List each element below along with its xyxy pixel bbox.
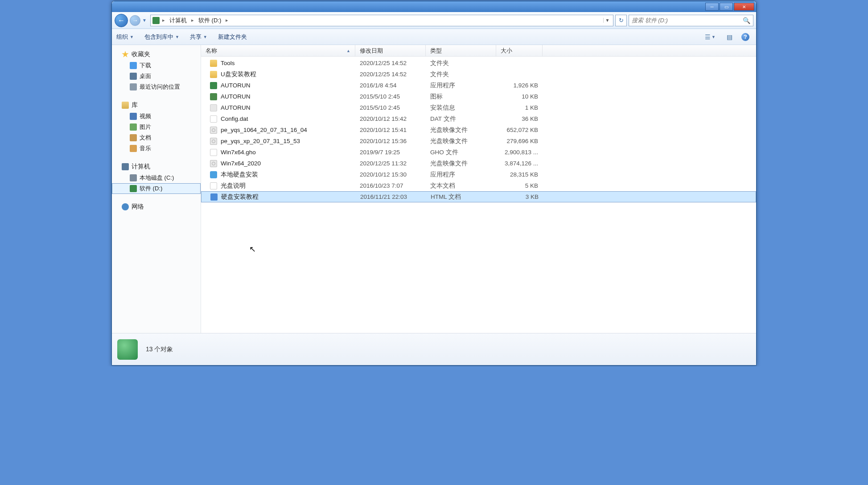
sidebar-label: 本地磁盘 (C:) — [140, 174, 174, 182]
sidebar-desktop[interactable]: 桌面 — [112, 71, 201, 82]
include-label: 包含到库中 — [144, 33, 173, 41]
file-name: AUTORUN — [221, 93, 251, 100]
history-dropdown[interactable]: ▼ — [142, 18, 148, 23]
star-icon — [122, 51, 129, 58]
statusbar: 13 个对象 — [112, 333, 756, 365]
sidebar-recent[interactable]: 最近访问的位置 — [112, 82, 201, 92]
file-date-cell: 2020/12/25 14:52 — [355, 71, 426, 78]
sidebar-music[interactable]: 音乐 — [112, 143, 201, 154]
file-row[interactable]: Tools2020/12/25 14:52文件夹 — [201, 58, 756, 69]
search-box[interactable]: 🔍 — [629, 15, 753, 26]
organize-label: 组织 — [116, 33, 128, 41]
file-icon — [210, 160, 217, 167]
preview-icon: ▤ — [727, 33, 732, 41]
file-list[interactable]: Tools2020/12/25 14:52文件夹U盘安装教程2020/12/25… — [201, 57, 756, 333]
back-button[interactable]: ← — [115, 14, 128, 27]
music-icon — [130, 145, 137, 152]
search-icon[interactable]: 🔍 — [743, 17, 750, 24]
file-row[interactable]: 硬盘安装教程2016/11/21 22:03HTML 文档3 KB — [201, 191, 756, 202]
navbar: ← → ▼ ▸ 计算机 ▸ 软件 (D:) ▸ ▼ ↻ 🔍 — [112, 12, 756, 29]
file-row[interactable]: 光盘说明2016/10/23 7:07文本文档5 KB — [201, 180, 756, 191]
organize-button[interactable]: 组织▼ — [116, 33, 134, 41]
list-icon: ☰ — [705, 33, 711, 41]
sidebar-documents[interactable]: 文档 — [112, 132, 201, 143]
file-row[interactable]: pe_yqs_xp_20_07_31_15_532020/10/12 15:36… — [201, 136, 756, 147]
file-size-cell: 36 KB — [496, 115, 543, 122]
file-name-cell: 硬盘安装教程 — [202, 193, 356, 201]
sidebar-label: 计算机 — [132, 163, 150, 171]
file-name-cell: pe_yqs_1064_20_07_31_16_04 — [201, 127, 355, 134]
sidebar-pictures[interactable]: 图片 — [112, 122, 201, 132]
titlebar[interactable]: ─ ▭ ✕ — [112, 1, 756, 12]
column-date[interactable]: 修改日期 — [355, 45, 426, 56]
column-label: 类型 — [430, 47, 442, 55]
file-size-cell: 1,926 KB — [496, 82, 543, 89]
help-button[interactable]: ? — [739, 32, 752, 42]
status-text: 13 个对象 — [146, 345, 173, 353]
address-bar[interactable]: ▸ 计算机 ▸ 软件 (D:) ▸ ▼ — [150, 15, 613, 26]
sidebar-label: 收藏夹 — [132, 50, 150, 58]
computer-icon — [122, 163, 129, 170]
new-folder-button[interactable]: 新建文件夹 — [218, 33, 247, 41]
file-row[interactable]: AUTORUN2016/1/8 4:54应用程序1,926 KB — [201, 80, 756, 91]
sidebar-favorites[interactable]: 收藏夹 — [112, 49, 201, 60]
file-row[interactable]: U盘安装教程2020/12/25 14:52文件夹 — [201, 69, 756, 80]
file-size-cell: 2,900,813 ... — [496, 149, 543, 156]
file-type-cell: 安装信息 — [426, 104, 496, 112]
close-button[interactable]: ✕ — [734, 3, 754, 11]
column-size[interactable]: 大小 — [496, 45, 543, 56]
file-row[interactable]: Win7x64.gho2019/9/7 19:25GHO 文件2,900,813… — [201, 147, 756, 158]
file-type-cell: GHO 文件 — [426, 148, 496, 156]
breadcrumb-drive-d[interactable]: 软件 (D:) — [197, 16, 223, 25]
file-icon — [210, 104, 217, 111]
status-drive-icon — [117, 339, 138, 360]
sidebar-drive-d[interactable]: 软件 (D:) — [112, 183, 201, 194]
chevron-down-icon: ▼ — [712, 35, 716, 39]
search-input[interactable] — [632, 17, 743, 24]
refresh-button[interactable]: ↻ — [615, 15, 627, 26]
sidebar-label: 文档 — [140, 134, 151, 142]
sidebar-videos[interactable]: 视频 — [112, 111, 201, 122]
column-name[interactable]: 名称▲ — [201, 45, 355, 56]
file-name: Win7x64_2020 — [221, 160, 261, 167]
file-type-cell: 光盘映像文件 — [426, 137, 496, 145]
file-row[interactable]: Win7x64_20202020/12/25 11:32光盘映像文件3,874,… — [201, 158, 756, 169]
sidebar-computer[interactable]: 计算机 — [112, 162, 201, 173]
sidebar-drive-c[interactable]: 本地磁盘 (C:) — [112, 173, 201, 183]
address-dropdown[interactable]: ▼ — [603, 18, 611, 23]
file-row[interactable]: AUTORUN2015/5/10 2:45安装信息1 KB — [201, 102, 756, 113]
newfolder-label: 新建文件夹 — [218, 33, 247, 41]
sidebar-downloads[interactable]: 下载 — [112, 60, 201, 71]
file-name: Tools — [221, 60, 235, 66]
maximize-button[interactable]: ▭ — [720, 3, 733, 11]
view-mode-button[interactable]: ☰▼ — [701, 32, 720, 42]
file-row[interactable]: AUTORUN2015/5/10 2:45图标10 KB — [201, 91, 756, 102]
file-type-cell: 文本文档 — [426, 182, 496, 190]
file-size-cell: 652,072 KB — [496, 127, 543, 133]
file-date-cell: 2015/5/10 2:45 — [355, 104, 426, 111]
file-date-cell: 2016/10/23 7:07 — [355, 182, 426, 189]
file-date-cell: 2020/10/12 15:42 — [355, 115, 426, 122]
sidebar-label: 网络 — [132, 203, 144, 211]
file-name: 硬盘安装教程 — [221, 193, 259, 201]
include-in-library-button[interactable]: 包含到库中▼ — [144, 33, 179, 41]
sidebar-label: 下载 — [140, 62, 151, 70]
download-icon — [130, 62, 137, 69]
chevron-down-icon: ▼ — [130, 35, 134, 39]
share-button[interactable]: 共享▼ — [190, 33, 207, 41]
sidebar-network[interactable]: 网络 — [112, 202, 201, 213]
file-row[interactable]: Config.dat2020/10/12 15:42DAT 文件36 KB — [201, 113, 756, 124]
file-name-cell: Win7x64.gho — [201, 149, 355, 156]
column-type[interactable]: 类型 — [426, 45, 496, 56]
share-label: 共享 — [190, 33, 202, 41]
sidebar-libraries[interactable]: 库 — [112, 100, 201, 111]
breadcrumb-computer[interactable]: 计算机 — [168, 16, 189, 25]
preview-pane-button[interactable]: ▤ — [723, 32, 736, 42]
forward-button[interactable]: → — [130, 15, 140, 26]
file-date-cell: 2020/12/25 11:32 — [355, 160, 426, 167]
file-name: 光盘说明 — [221, 182, 246, 190]
network-icon — [122, 203, 129, 210]
minimize-button[interactable]: ─ — [705, 3, 719, 11]
file-row[interactable]: pe_yqs_1064_20_07_31_16_042020/10/12 15:… — [201, 124, 756, 136]
file-row[interactable]: 本地硬盘安装2020/10/12 15:30应用程序28,315 KB — [201, 169, 756, 180]
